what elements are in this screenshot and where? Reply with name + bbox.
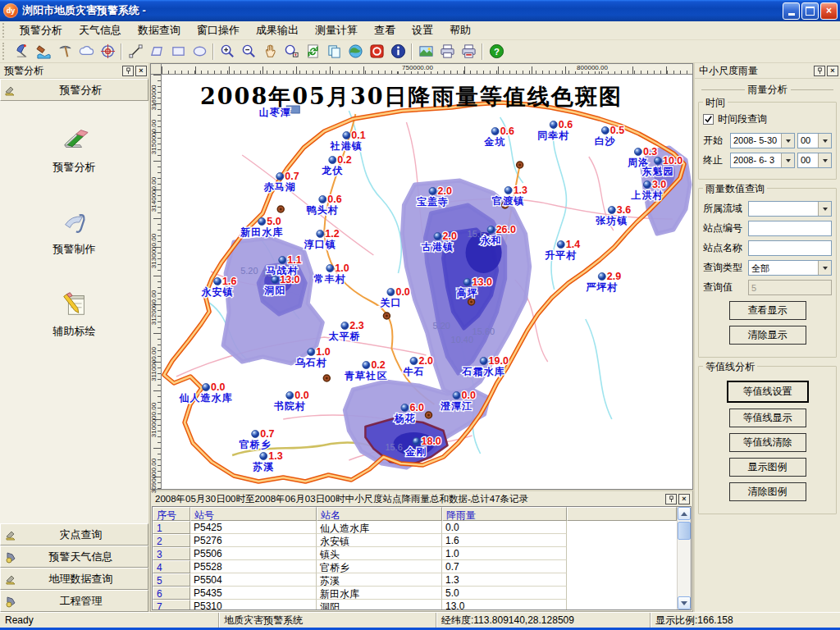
map-canvas[interactable]: 5.2010.4015.65.2015.6010.4015.6山枣潭0.1社港镇…: [162, 75, 692, 489]
menubar-grip[interactable]: [2, 23, 8, 38]
start-hour-select[interactable]: 00: [797, 133, 832, 148]
clear-legend-button[interactable]: 清除图例: [729, 482, 806, 501]
svg-text:青草社区: 青草社区: [344, 370, 387, 381]
table-row[interactable]: 1P5425仙人造水库0.0: [153, 521, 677, 534]
chevron-down-icon[interactable]: [818, 202, 831, 216]
cloud-icon[interactable]: [75, 41, 97, 62]
menu-item-9[interactable]: 帮助: [441, 21, 479, 39]
left-item-2[interactable]: 预警制作: [53, 206, 96, 257]
show-query-button[interactable]: 查看显示: [729, 301, 806, 320]
table-row[interactable]: 2P5276永安镇1.6: [153, 534, 677, 547]
contour-show-button[interactable]: 等值线显示: [729, 409, 806, 427]
left-item-3[interactable]: 辅助标绘: [53, 288, 96, 339]
chevron-down-icon[interactable]: [781, 134, 794, 148]
table-scrollbar[interactable]: [677, 507, 691, 609]
menu-item-4[interactable]: 窗口操作: [189, 21, 248, 39]
pick-tool-icon[interactable]: [54, 41, 75, 62]
clear-query-button[interactable]: 清除显示: [729, 326, 806, 345]
vruler-label: 3150000.00: [150, 112, 158, 162]
left-group-header[interactable]: 预警分析: [0, 79, 148, 101]
column-header-1[interactable]: 序号: [153, 507, 190, 521]
column-header-2[interactable]: 站号: [190, 507, 317, 521]
menu-item-7[interactable]: 查看: [366, 21, 404, 39]
svg-text:0.0: 0.0: [462, 390, 476, 401]
left-panel-pin-icon[interactable]: [122, 66, 134, 76]
data-panel-pin-icon[interactable]: [665, 494, 677, 504]
menu-item-2[interactable]: 天气信息: [71, 21, 130, 39]
menu-item-8[interactable]: 设置: [404, 21, 441, 39]
globe-icon[interactable]: [345, 41, 366, 62]
ellipse-tool-icon[interactable]: [189, 41, 210, 62]
right-panel-close-icon[interactable]: ×: [827, 66, 838, 76]
end-date-select[interactable]: 2008- 6- 3: [730, 153, 795, 168]
zoom-window-icon[interactable]: [281, 41, 302, 62]
query-type-select[interactable]: 全部: [748, 260, 832, 276]
column-header-4[interactable]: 降雨量: [442, 507, 567, 521]
zoom-out-icon[interactable]: [238, 41, 259, 62]
scroll-down-icon[interactable]: [678, 596, 691, 609]
left-item-1[interactable]: 预警分析: [53, 124, 96, 175]
image-export-icon[interactable]: [415, 41, 436, 62]
table-row[interactable]: 6P5435新田水库5.0: [153, 587, 677, 600]
right-panel-pin-icon[interactable]: [814, 66, 825, 76]
table-row[interactable]: 3P5506镇头1.0: [153, 547, 677, 560]
station-name-input[interactable]: [748, 240, 832, 256]
table-row[interactable]: 7P5310洞阳13.0: [153, 600, 677, 609]
menu-item-3[interactable]: 数据查询: [130, 21, 189, 39]
svg-text:0.0: 0.0: [294, 390, 308, 401]
chevron-down-icon[interactable]: [818, 153, 831, 167]
time-range-checkbox[interactable]: [703, 114, 714, 125]
polygon-tool-icon[interactable]: [146, 41, 167, 62]
svg-text:石霜水库: 石霜水库: [462, 366, 505, 377]
flood-analysis-icon[interactable]: [33, 41, 54, 62]
bottom-group-1[interactable]: 灾点查询: [0, 523, 148, 546]
bottom-group-3[interactable]: 地理数据查询: [0, 568, 148, 590]
pan-hand-icon[interactable]: [259, 41, 281, 62]
satellite-dish-icon[interactable]: [11, 41, 33, 62]
rectangle-tool-icon[interactable]: [167, 41, 189, 62]
scrollbar-thumb[interactable]: [678, 522, 691, 540]
restore-button[interactable]: [801, 2, 819, 20]
copy-layers-icon[interactable]: [323, 41, 345, 62]
chevron-down-icon[interactable]: [818, 134, 831, 148]
svg-text:15.60: 15.60: [472, 326, 495, 336]
show-legend-button[interactable]: 显示图例: [729, 458, 806, 477]
data-panel-close-icon[interactable]: ×: [678, 494, 690, 504]
column-header-3[interactable]: 站名: [317, 507, 442, 521]
chevron-down-icon[interactable]: [818, 261, 831, 275]
end-hour-select[interactable]: 00: [797, 153, 832, 168]
close-button[interactable]: ×: [820, 2, 838, 20]
contour-settings-button[interactable]: 等值线设置: [727, 381, 809, 403]
svg-text:仙人造水库: 仙人造水库: [179, 392, 233, 404]
table-row[interactable]: 4P5528官桥乡0.7: [153, 560, 677, 573]
info-icon[interactable]: [387, 41, 409, 62]
menu-item-1[interactable]: 预警分析: [11, 21, 71, 39]
stop-icon[interactable]: [366, 41, 387, 62]
zoom-in-icon[interactable]: [217, 41, 238, 62]
table-row[interactable]: 5P5504苏溪1.3: [153, 573, 677, 587]
print-icon[interactable]: [436, 41, 458, 62]
contour-clear-button[interactable]: 等值线清除: [729, 433, 806, 452]
minimize-button[interactable]: [783, 2, 800, 20]
left-panel-close-icon[interactable]: ×: [135, 66, 147, 76]
bottom-group-2[interactable]: 预警天气信息: [0, 546, 148, 568]
rainfall-table[interactable]: 序号站号站名降雨量1P5425仙人造水库0.02P5276永安镇1.63P550…: [153, 507, 677, 609]
start-date-select[interactable]: 2008- 5-30: [730, 133, 795, 148]
data-panel-title: 2008年05月30日00时至2008年06月03日00时中小尺度站点降雨量总和…: [155, 493, 664, 505]
station-id-input[interactable]: [748, 221, 832, 236]
line-tool-icon[interactable]: [125, 41, 146, 62]
print-preview-icon[interactable]: [458, 41, 479, 62]
refresh-icon[interactable]: [302, 41, 323, 62]
svg-text:10.40: 10.40: [451, 335, 474, 345]
scroll-up-icon[interactable]: [678, 507, 691, 520]
help-icon[interactable]: ?: [486, 41, 507, 62]
toolbar-grip[interactable]: [2, 43, 8, 61]
bottom-group-4[interactable]: 工程管理: [0, 590, 148, 612]
svg-text:5.20: 5.20: [433, 321, 450, 331]
menu-item-6[interactable]: 测量计算: [307, 21, 366, 39]
basin-select[interactable]: [748, 201, 832, 217]
target-icon[interactable]: [97, 41, 118, 62]
menu-item-5[interactable]: 成果输出: [248, 21, 307, 39]
svg-text:0.7: 0.7: [285, 171, 299, 182]
chevron-down-icon[interactable]: [781, 153, 794, 167]
